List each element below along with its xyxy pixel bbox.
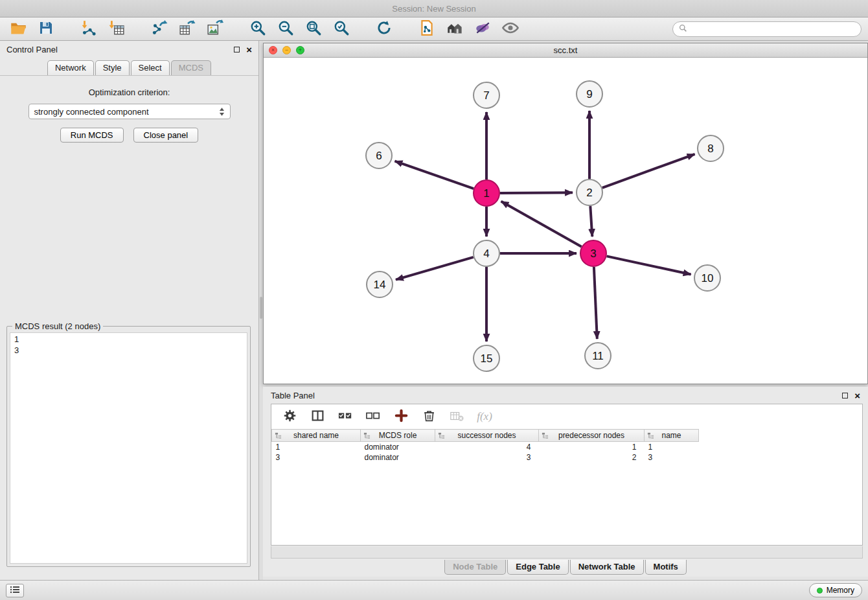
apply-style-button[interactable] <box>471 19 494 39</box>
node-11[interactable]: 11 <box>585 343 611 369</box>
panel-menu-button[interactable] <box>6 584 24 597</box>
export-table-button[interactable] <box>176 19 199 39</box>
add-column-button[interactable] <box>392 408 410 426</box>
split-column-button[interactable] <box>308 408 326 426</box>
table-cell[interactable]: 3 <box>435 452 539 463</box>
tab-edge-table[interactable]: Edge Table <box>507 560 568 575</box>
node-10[interactable]: 10 <box>694 265 720 291</box>
table-cell[interactable]: 2 <box>539 452 645 463</box>
criterion-select[interactable]: strongly connected component <box>29 104 231 119</box>
tab-node-table[interactable]: Node Table <box>444 560 506 575</box>
column-header-name[interactable]: name <box>645 430 699 442</box>
column-sort-icon <box>542 432 549 441</box>
network-canvas[interactable]: 7968124314101511 <box>264 58 867 384</box>
table-cell[interactable]: 1 <box>645 442 699 452</box>
run-mcds-button[interactable]: Run MCDS <box>60 128 124 143</box>
edge-2-8[interactable] <box>602 154 695 188</box>
column-header-successor-nodes[interactable]: successor nodes <box>435 430 539 442</box>
tab-style[interactable]: Style <box>95 60 130 75</box>
network-window: × − + scc.txt 7968124314101511 <box>263 43 868 384</box>
svg-text:7: 7 <box>483 89 489 102</box>
first-neighbors-button[interactable] <box>443 19 466 39</box>
float-table-panel-icon[interactable] <box>842 393 848 398</box>
svg-text:15: 15 <box>481 352 493 365</box>
tab-network[interactable]: Network <box>47 60 94 75</box>
table-cell[interactable]: 3 <box>645 452 699 463</box>
export-network-icon <box>151 19 168 38</box>
node-6[interactable]: 6 <box>366 143 392 168</box>
unselect-all-columns-icon <box>365 409 381 425</box>
tab-select[interactable]: Select <box>131 60 170 75</box>
node-8[interactable]: 8 <box>698 135 724 161</box>
search-box[interactable] <box>672 21 862 37</box>
column-header-shared-name[interactable]: shared name <box>272 430 361 442</box>
import-network-icon <box>80 19 97 38</box>
show-hide-button[interactable] <box>499 19 522 39</box>
edge-4-14[interactable] <box>396 257 474 280</box>
zoom-in-button[interactable] <box>246 19 269 39</box>
edge-2-3[interactable] <box>590 206 592 237</box>
node-14[interactable]: 14 <box>367 271 393 297</box>
edge-1-2[interactable] <box>500 192 573 193</box>
unselect-all-columns-button[interactable] <box>364 408 382 426</box>
refresh-button[interactable] <box>372 19 396 39</box>
table-row[interactable]: 1dominator411 <box>272 442 699 452</box>
network-graph[interactable]: 7968124314101511 <box>264 58 867 384</box>
close-table-panel-icon[interactable]: × <box>854 391 860 400</box>
column-header-predecessor-nodes[interactable]: predecessor nodes <box>539 430 645 442</box>
mcds-result-list[interactable]: 13 <box>10 332 247 564</box>
zoom-selected-icon <box>333 19 350 38</box>
node-1[interactable]: 1 <box>474 180 499 206</box>
select-all-columns-button[interactable] <box>336 408 354 426</box>
edge-3-11[interactable] <box>594 267 597 339</box>
search-input[interactable] <box>691 25 855 34</box>
delete-column-icon <box>422 409 436 424</box>
function-builder-icon: f(x) <box>477 410 492 423</box>
node-7[interactable]: 7 <box>474 82 499 108</box>
close-panel-icon[interactable]: × <box>246 45 252 54</box>
tab-network-table[interactable]: Network Table <box>570 560 644 575</box>
table-settings-button[interactable] <box>280 408 299 426</box>
table-cell[interactable]: 1 <box>272 442 361 452</box>
node-2[interactable]: 2 <box>577 179 602 205</box>
zoom-out-button[interactable] <box>274 19 297 39</box>
table-cell[interactable]: 3 <box>272 452 361 463</box>
memory-button[interactable]: Memory <box>809 583 862 597</box>
table-cell[interactable]: 1 <box>539 442 645 452</box>
save-session-button[interactable] <box>34 19 58 39</box>
zoom-selected-button[interactable] <box>330 19 353 39</box>
import-network-button[interactable] <box>77 19 100 39</box>
node-3[interactable]: 3 <box>580 240 606 266</box>
table-row[interactable]: 3dominator323 <box>272 452 699 463</box>
export-network-button[interactable] <box>148 19 171 39</box>
node-4[interactable]: 4 <box>474 240 499 266</box>
window-title: Session: New Session <box>392 4 475 14</box>
tab-motifs[interactable]: Motifs <box>645 560 687 575</box>
import-table-button[interactable] <box>105 19 128 39</box>
column-header-MCDS-role[interactable]: MCDS role <box>361 430 435 442</box>
tab-mcds[interactable]: MCDS <box>171 60 211 75</box>
splitter-handle[interactable] <box>260 297 262 319</box>
close-window-icon[interactable]: × <box>269 46 277 54</box>
zoom-fit-button[interactable] <box>302 19 325 39</box>
node-9[interactable]: 9 <box>577 81 602 107</box>
network-window-titlebar[interactable]: × − + scc.txt <box>264 43 867 58</box>
zoom-window-icon[interactable]: + <box>296 46 304 54</box>
edge-3-10[interactable] <box>607 256 691 274</box>
table-cell[interactable]: dominator <box>361 452 435 463</box>
network-snapshot-button[interactable] <box>415 19 439 39</box>
svg-text:11: 11 <box>592 350 604 362</box>
table-hscrollbar[interactable] <box>271 546 863 559</box>
table-cell[interactable]: 4 <box>435 442 539 452</box>
open-session-button[interactable] <box>6 19 30 39</box>
table-panel: Table Panel × f(x) shared nameMCDS roles… <box>263 387 868 577</box>
export-image-button[interactable] <box>203 19 227 39</box>
table-cell[interactable]: dominator <box>361 442 435 452</box>
node-15[interactable]: 15 <box>474 345 499 371</box>
float-panel-icon[interactable] <box>234 47 240 52</box>
edge-3-1[interactable] <box>501 202 582 247</box>
close-panel-button[interactable]: Close panel <box>133 128 199 143</box>
minimize-window-icon[interactable]: − <box>282 46 291 54</box>
delete-column-button[interactable] <box>420 408 438 426</box>
edge-1-6[interactable] <box>395 161 474 189</box>
